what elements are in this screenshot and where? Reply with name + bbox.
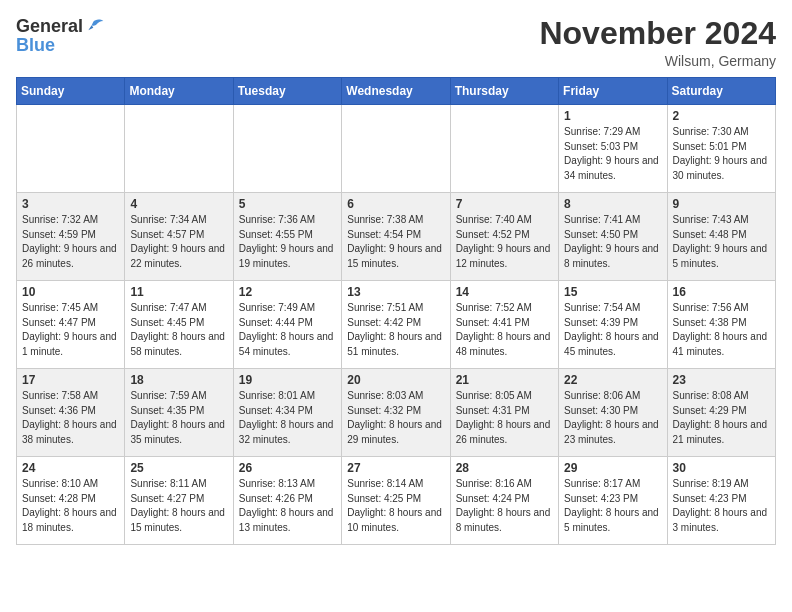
calendar-week-1: 1Sunrise: 7:29 AM Sunset: 5:03 PM Daylig… [17, 105, 776, 193]
calendar-cell: 13Sunrise: 7:51 AM Sunset: 4:42 PM Dayli… [342, 281, 450, 369]
day-number: 22 [564, 373, 661, 387]
logo-general: General [16, 17, 83, 35]
calendar-week-2: 3Sunrise: 7:32 AM Sunset: 4:59 PM Daylig… [17, 193, 776, 281]
day-info: Sunrise: 7:38 AM Sunset: 4:54 PM Dayligh… [347, 213, 444, 271]
day-number: 26 [239, 461, 336, 475]
calendar-cell [450, 105, 558, 193]
day-info: Sunrise: 8:17 AM Sunset: 4:23 PM Dayligh… [564, 477, 661, 535]
calendar-cell: 11Sunrise: 7:47 AM Sunset: 4:45 PM Dayli… [125, 281, 233, 369]
day-info: Sunrise: 7:56 AM Sunset: 4:38 PM Dayligh… [673, 301, 770, 359]
day-number: 5 [239, 197, 336, 211]
day-info: Sunrise: 7:30 AM Sunset: 5:01 PM Dayligh… [673, 125, 770, 183]
header-friday: Friday [559, 78, 667, 105]
header-saturday: Saturday [667, 78, 775, 105]
calendar-cell: 25Sunrise: 8:11 AM Sunset: 4:27 PM Dayli… [125, 457, 233, 545]
day-info: Sunrise: 8:01 AM Sunset: 4:34 PM Dayligh… [239, 389, 336, 447]
day-number: 4 [130, 197, 227, 211]
day-number: 1 [564, 109, 661, 123]
day-info: Sunrise: 7:43 AM Sunset: 4:48 PM Dayligh… [673, 213, 770, 271]
day-number: 25 [130, 461, 227, 475]
calendar-week-5: 24Sunrise: 8:10 AM Sunset: 4:28 PM Dayli… [17, 457, 776, 545]
logo-bird-icon [85, 16, 105, 36]
location: Wilsum, Germany [539, 53, 776, 69]
calendar-cell: 15Sunrise: 7:54 AM Sunset: 4:39 PM Dayli… [559, 281, 667, 369]
calendar-cell: 10Sunrise: 7:45 AM Sunset: 4:47 PM Dayli… [17, 281, 125, 369]
day-number: 23 [673, 373, 770, 387]
title-block: November 2024 Wilsum, Germany [539, 16, 776, 69]
logo: General Blue [16, 16, 105, 55]
calendar-cell: 1Sunrise: 7:29 AM Sunset: 5:03 PM Daylig… [559, 105, 667, 193]
calendar-cell: 24Sunrise: 8:10 AM Sunset: 4:28 PM Dayli… [17, 457, 125, 545]
calendar-cell [233, 105, 341, 193]
calendar-week-4: 17Sunrise: 7:58 AM Sunset: 4:36 PM Dayli… [17, 369, 776, 457]
day-info: Sunrise: 8:11 AM Sunset: 4:27 PM Dayligh… [130, 477, 227, 535]
day-number: 7 [456, 197, 553, 211]
calendar-cell: 8Sunrise: 7:41 AM Sunset: 4:50 PM Daylig… [559, 193, 667, 281]
day-info: Sunrise: 7:34 AM Sunset: 4:57 PM Dayligh… [130, 213, 227, 271]
header-sunday: Sunday [17, 78, 125, 105]
calendar-week-3: 10Sunrise: 7:45 AM Sunset: 4:47 PM Dayli… [17, 281, 776, 369]
calendar-cell: 17Sunrise: 7:58 AM Sunset: 4:36 PM Dayli… [17, 369, 125, 457]
day-info: Sunrise: 7:41 AM Sunset: 4:50 PM Dayligh… [564, 213, 661, 271]
calendar-cell: 19Sunrise: 8:01 AM Sunset: 4:34 PM Dayli… [233, 369, 341, 457]
calendar-header-row: SundayMondayTuesdayWednesdayThursdayFrid… [17, 78, 776, 105]
day-number: 6 [347, 197, 444, 211]
day-number: 18 [130, 373, 227, 387]
day-info: Sunrise: 8:14 AM Sunset: 4:25 PM Dayligh… [347, 477, 444, 535]
day-info: Sunrise: 8:08 AM Sunset: 4:29 PM Dayligh… [673, 389, 770, 447]
day-number: 10 [22, 285, 119, 299]
calendar-cell: 26Sunrise: 8:13 AM Sunset: 4:26 PM Dayli… [233, 457, 341, 545]
header-monday: Monday [125, 78, 233, 105]
day-number: 9 [673, 197, 770, 211]
day-number: 15 [564, 285, 661, 299]
calendar-cell: 21Sunrise: 8:05 AM Sunset: 4:31 PM Dayli… [450, 369, 558, 457]
header-thursday: Thursday [450, 78, 558, 105]
day-number: 24 [22, 461, 119, 475]
day-info: Sunrise: 7:29 AM Sunset: 5:03 PM Dayligh… [564, 125, 661, 183]
day-number: 28 [456, 461, 553, 475]
day-info: Sunrise: 7:45 AM Sunset: 4:47 PM Dayligh… [22, 301, 119, 359]
calendar-cell: 9Sunrise: 7:43 AM Sunset: 4:48 PM Daylig… [667, 193, 775, 281]
day-info: Sunrise: 7:32 AM Sunset: 4:59 PM Dayligh… [22, 213, 119, 271]
calendar-cell [125, 105, 233, 193]
calendar-cell: 6Sunrise: 7:38 AM Sunset: 4:54 PM Daylig… [342, 193, 450, 281]
day-info: Sunrise: 7:58 AM Sunset: 4:36 PM Dayligh… [22, 389, 119, 447]
day-number: 19 [239, 373, 336, 387]
calendar-cell: 2Sunrise: 7:30 AM Sunset: 5:01 PM Daylig… [667, 105, 775, 193]
day-number: 27 [347, 461, 444, 475]
day-info: Sunrise: 7:54 AM Sunset: 4:39 PM Dayligh… [564, 301, 661, 359]
day-number: 16 [673, 285, 770, 299]
day-number: 20 [347, 373, 444, 387]
day-info: Sunrise: 8:05 AM Sunset: 4:31 PM Dayligh… [456, 389, 553, 447]
calendar-cell [342, 105, 450, 193]
calendar-cell: 22Sunrise: 8:06 AM Sunset: 4:30 PM Dayli… [559, 369, 667, 457]
day-number: 11 [130, 285, 227, 299]
calendar-cell: 5Sunrise: 7:36 AM Sunset: 4:55 PM Daylig… [233, 193, 341, 281]
calendar-cell: 27Sunrise: 8:14 AM Sunset: 4:25 PM Dayli… [342, 457, 450, 545]
header-tuesday: Tuesday [233, 78, 341, 105]
day-number: 29 [564, 461, 661, 475]
day-info: Sunrise: 8:06 AM Sunset: 4:30 PM Dayligh… [564, 389, 661, 447]
day-info: Sunrise: 7:49 AM Sunset: 4:44 PM Dayligh… [239, 301, 336, 359]
day-number: 8 [564, 197, 661, 211]
day-number: 3 [22, 197, 119, 211]
day-number: 14 [456, 285, 553, 299]
day-number: 12 [239, 285, 336, 299]
day-info: Sunrise: 8:13 AM Sunset: 4:26 PM Dayligh… [239, 477, 336, 535]
day-info: Sunrise: 7:52 AM Sunset: 4:41 PM Dayligh… [456, 301, 553, 359]
logo-blue: Blue [16, 35, 55, 55]
day-info: Sunrise: 7:40 AM Sunset: 4:52 PM Dayligh… [456, 213, 553, 271]
calendar-cell: 16Sunrise: 7:56 AM Sunset: 4:38 PM Dayli… [667, 281, 775, 369]
day-info: Sunrise: 7:47 AM Sunset: 4:45 PM Dayligh… [130, 301, 227, 359]
day-info: Sunrise: 8:19 AM Sunset: 4:23 PM Dayligh… [673, 477, 770, 535]
calendar-cell: 7Sunrise: 7:40 AM Sunset: 4:52 PM Daylig… [450, 193, 558, 281]
calendar-cell: 3Sunrise: 7:32 AM Sunset: 4:59 PM Daylig… [17, 193, 125, 281]
day-info: Sunrise: 8:16 AM Sunset: 4:24 PM Dayligh… [456, 477, 553, 535]
calendar-cell [17, 105, 125, 193]
calendar-cell: 4Sunrise: 7:34 AM Sunset: 4:57 PM Daylig… [125, 193, 233, 281]
month-title: November 2024 [539, 16, 776, 51]
day-number: 30 [673, 461, 770, 475]
day-info: Sunrise: 7:51 AM Sunset: 4:42 PM Dayligh… [347, 301, 444, 359]
calendar-cell: 23Sunrise: 8:08 AM Sunset: 4:29 PM Dayli… [667, 369, 775, 457]
day-info: Sunrise: 7:59 AM Sunset: 4:35 PM Dayligh… [130, 389, 227, 447]
